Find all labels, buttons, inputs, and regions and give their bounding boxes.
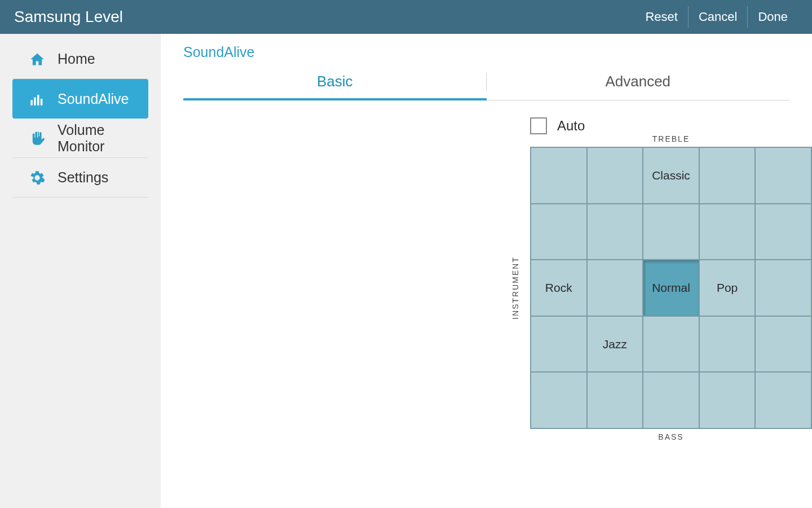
eq-cell-4-0[interactable]	[531, 372, 587, 428]
auto-checkbox[interactable]	[530, 117, 547, 134]
eq-cell-1-4[interactable]	[755, 204, 811, 260]
eq-cell-3-3[interactable]	[699, 316, 756, 373]
eq-grid: Classic Rock Normal Pop Jazz	[530, 147, 812, 429]
eq-cell-classic[interactable]: Classic	[643, 147, 699, 204]
cancel-button[interactable]: Cancel	[688, 6, 747, 28]
header-actions: Reset Cancel Done	[635, 6, 798, 28]
app-title: Samsung Level	[14, 8, 123, 26]
svg-rect-2	[37, 95, 39, 106]
reset-button[interactable]: Reset	[635, 6, 687, 28]
sidebar-item-label: Settings	[58, 169, 108, 186]
tab-basic[interactable]: Basic	[183, 67, 487, 100]
sidebar-item-settings[interactable]: Settings	[12, 158, 148, 198]
eq-cell-1-2[interactable]	[643, 204, 699, 260]
eq-cell-rock[interactable]: Rock	[531, 260, 587, 316]
equalizer-icon	[29, 91, 45, 107]
eq-cell-jazz[interactable]: Jazz	[587, 316, 643, 373]
sidebar-item-soundalive[interactable]: SoundAlive	[12, 79, 148, 119]
page-title: SoundAlive	[161, 34, 812, 67]
eq-cell-0-1[interactable]	[587, 147, 643, 204]
svg-rect-1	[34, 98, 36, 106]
tabs: Basic Advanced	[183, 67, 789, 100]
eq-cell-0-3[interactable]	[699, 147, 756, 204]
auto-label: Auto	[557, 118, 585, 134]
sidebar: Home SoundAlive Volume Monitor Settings	[0, 34, 161, 508]
svg-rect-3	[41, 99, 43, 106]
eq-cell-0-0[interactable]	[531, 147, 587, 204]
sidebar-item-label: Volume Monitor	[58, 122, 131, 155]
eq-cell-4-4[interactable]	[755, 372, 811, 428]
tab-advanced[interactable]: Advanced	[487, 67, 790, 100]
hand-icon	[29, 130, 45, 146]
eq-cell-3-4[interactable]	[755, 316, 811, 373]
eq-cell-normal[interactable]: Normal	[643, 260, 699, 316]
eq-cell-0-4[interactable]	[755, 147, 811, 204]
app-header: Samsung Level Reset Cancel Done	[0, 0, 812, 34]
eq-cell-4-1[interactable]	[587, 372, 643, 428]
sidebar-item-volume-monitor[interactable]: Volume Monitor	[12, 119, 148, 158]
eq-cell-pop[interactable]: Pop	[699, 260, 756, 316]
eq-cell-1-1[interactable]	[587, 204, 643, 260]
main-content: SoundAlive Basic Advanced Auto TREBLE BA…	[161, 34, 812, 508]
eq-cell-3-2[interactable]	[643, 316, 699, 373]
eq-cell-3-0[interactable]	[531, 316, 587, 373]
home-icon	[29, 51, 45, 67]
eq-cell-2-4[interactable]	[755, 260, 811, 316]
eq-grid-area: TREBLE BASS INSTRUMENT VOCAL Classic Roc…	[530, 147, 812, 429]
eq-cell-4-3[interactable]	[699, 372, 756, 428]
axis-instrument: INSTRUMENT	[511, 147, 520, 429]
sidebar-item-home[interactable]: Home	[12, 40, 148, 79]
axis-bass: BASS	[530, 432, 812, 441]
gear-icon	[29, 170, 45, 186]
eq-cell-1-0[interactable]	[531, 204, 587, 260]
sidebar-item-label: Home	[58, 51, 95, 67]
sidebar-item-label: SoundAlive	[58, 91, 129, 107]
eq-cell-1-3[interactable]	[699, 204, 756, 260]
axis-treble: TREBLE	[530, 134, 812, 143]
eq-cell-2-1[interactable]	[587, 260, 643, 316]
svg-rect-0	[30, 100, 33, 105]
done-button[interactable]: Done	[747, 6, 798, 28]
eq-cell-4-2[interactable]	[643, 372, 699, 428]
